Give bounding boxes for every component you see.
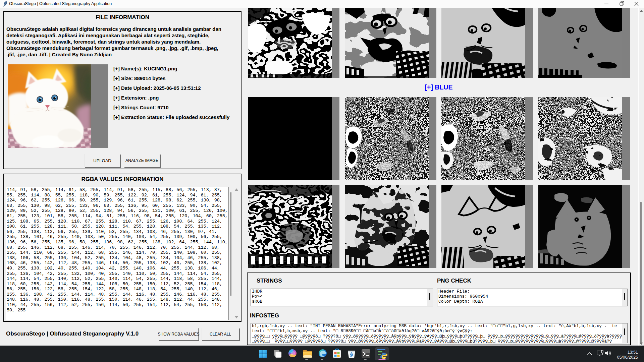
svg-text:13:51: 13:51 [628, 350, 638, 355]
svg-text:05/06/2025: 05/06/2025 [617, 355, 638, 360]
